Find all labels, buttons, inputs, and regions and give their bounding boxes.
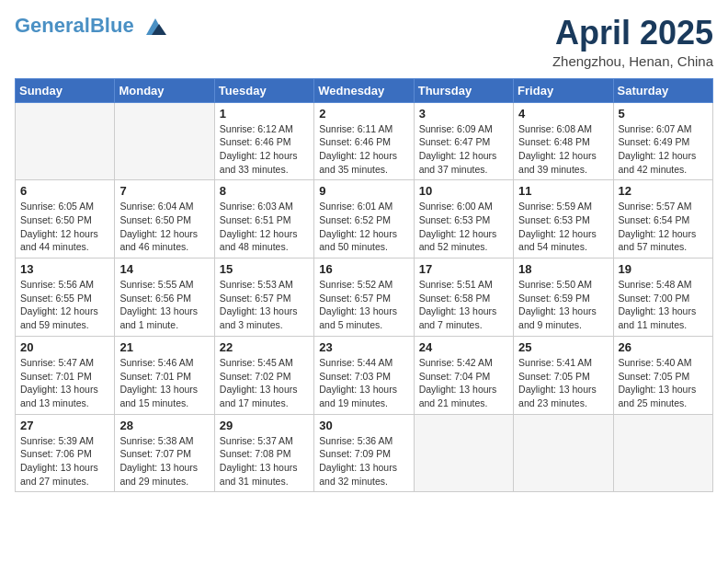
calendar-cell: 21Sunrise: 5:46 AM Sunset: 7:01 PM Dayli…	[115, 336, 214, 414]
day-number: 27	[20, 419, 109, 432]
day-header-thursday: Thursday	[414, 78, 513, 102]
calendar-cell: 17Sunrise: 5:51 AM Sunset: 6:58 PM Dayli…	[414, 259, 513, 337]
calendar-cell: 4Sunrise: 6:08 AM Sunset: 6:48 PM Daylig…	[514, 102, 613, 180]
day-info: Sunrise: 5:38 AM Sunset: 7:07 PM Dayligh…	[119, 434, 209, 488]
day-number: 22	[220, 340, 309, 354]
day-header-tuesday: Tuesday	[214, 78, 313, 102]
header: GeneralBlue April 2025 Zhengzhou, Henan,…	[15, 15, 713, 69]
logo: GeneralBlue	[15, 15, 168, 37]
day-number: 5	[619, 107, 708, 121]
day-number: 18	[518, 262, 608, 276]
day-number: 28	[119, 419, 209, 432]
day-info: Sunrise: 5:53 AM Sunset: 6:57 PM Dayligh…	[220, 278, 309, 332]
calendar-cell: 25Sunrise: 5:41 AM Sunset: 7:05 PM Dayli…	[514, 336, 613, 414]
calendar-cell	[115, 102, 214, 180]
day-info: Sunrise: 5:57 AM Sunset: 6:54 PM Dayligh…	[619, 200, 708, 254]
day-number: 25	[518, 340, 608, 354]
day-number: 24	[419, 340, 508, 354]
day-info: Sunrise: 5:45 AM Sunset: 7:02 PM Dayligh…	[220, 356, 309, 410]
day-number: 17	[419, 262, 508, 276]
calendar-table: SundayMondayTuesdayWednesdayThursdayFrid…	[15, 78, 713, 493]
calendar-cell	[613, 414, 712, 492]
calendar-cell	[16, 102, 115, 180]
day-info: Sunrise: 5:48 AM Sunset: 7:00 PM Dayligh…	[619, 278, 708, 332]
day-number: 16	[319, 262, 408, 276]
calendar-cell: 7Sunrise: 6:04 AM Sunset: 6:50 PM Daylig…	[115, 180, 214, 259]
week-row-1: 6Sunrise: 6:05 AM Sunset: 6:50 PM Daylig…	[16, 180, 713, 259]
day-info: Sunrise: 6:00 AM Sunset: 6:53 PM Dayligh…	[419, 200, 508, 254]
calendar-cell: 15Sunrise: 5:53 AM Sunset: 6:57 PM Dayli…	[214, 259, 313, 337]
calendar-cell: 12Sunrise: 5:57 AM Sunset: 6:54 PM Dayli…	[613, 180, 712, 259]
calendar-cell	[414, 414, 513, 492]
day-info: Sunrise: 6:08 AM Sunset: 6:48 PM Dayligh…	[518, 122, 608, 177]
header-row: SundayMondayTuesdayWednesdayThursdayFrid…	[16, 78, 713, 102]
logo-line2: Blue	[90, 14, 134, 37]
week-row-0: 1Sunrise: 6:12 AM Sunset: 6:46 PM Daylig…	[16, 102, 713, 180]
calendar-cell	[514, 414, 613, 492]
day-info: Sunrise: 6:04 AM Sunset: 6:50 PM Dayligh…	[119, 200, 209, 254]
day-info: Sunrise: 5:50 AM Sunset: 6:59 PM Dayligh…	[518, 278, 608, 332]
day-number: 11	[518, 184, 608, 198]
day-info: Sunrise: 6:03 AM Sunset: 6:51 PM Dayligh…	[220, 200, 309, 254]
day-info: Sunrise: 5:52 AM Sunset: 6:57 PM Dayligh…	[319, 278, 408, 332]
day-number: 15	[220, 262, 309, 276]
logo-icon	[142, 17, 168, 37]
day-number: 19	[619, 262, 708, 276]
day-number: 10	[419, 184, 508, 198]
day-number: 1	[220, 107, 309, 121]
calendar-cell: 24Sunrise: 5:42 AM Sunset: 7:04 PM Dayli…	[414, 336, 513, 414]
day-header-friday: Friday	[514, 78, 613, 102]
day-number: 30	[319, 419, 408, 432]
day-info: Sunrise: 5:47 AM Sunset: 7:01 PM Dayligh…	[20, 356, 109, 410]
calendar-cell: 26Sunrise: 5:40 AM Sunset: 7:05 PM Dayli…	[613, 336, 712, 414]
calendar-cell: 2Sunrise: 6:11 AM Sunset: 6:46 PM Daylig…	[314, 102, 414, 180]
week-row-4: 27Sunrise: 5:39 AM Sunset: 7:06 PM Dayli…	[16, 414, 713, 492]
day-info: Sunrise: 5:59 AM Sunset: 6:53 PM Dayligh…	[518, 200, 608, 254]
day-number: 8	[220, 184, 309, 198]
calendar-cell: 28Sunrise: 5:38 AM Sunset: 7:07 PM Dayli…	[115, 414, 214, 492]
month-title: April 2025	[552, 15, 713, 52]
day-info: Sunrise: 5:39 AM Sunset: 7:06 PM Dayligh…	[20, 434, 109, 488]
day-info: Sunrise: 5:56 AM Sunset: 6:55 PM Dayligh…	[20, 278, 109, 332]
calendar-cell: 30Sunrise: 5:36 AM Sunset: 7:09 PM Dayli…	[314, 414, 414, 492]
day-number: 4	[518, 107, 608, 121]
calendar-cell: 9Sunrise: 6:01 AM Sunset: 6:52 PM Daylig…	[314, 180, 414, 259]
day-number: 21	[119, 340, 209, 354]
day-info: Sunrise: 5:40 AM Sunset: 7:05 PM Dayligh…	[619, 356, 708, 410]
calendar-cell: 19Sunrise: 5:48 AM Sunset: 7:00 PM Dayli…	[613, 259, 712, 337]
week-row-2: 13Sunrise: 5:56 AM Sunset: 6:55 PM Dayli…	[16, 259, 713, 337]
day-info: Sunrise: 5:37 AM Sunset: 7:08 PM Dayligh…	[220, 434, 309, 488]
logo-text: GeneralBlue	[15, 15, 168, 37]
calendar-cell: 29Sunrise: 5:37 AM Sunset: 7:08 PM Dayli…	[214, 414, 313, 492]
calendar-cell: 16Sunrise: 5:52 AM Sunset: 6:57 PM Dayli…	[314, 259, 414, 337]
day-number: 12	[619, 184, 708, 198]
day-info: Sunrise: 6:07 AM Sunset: 6:49 PM Dayligh…	[619, 122, 708, 177]
day-number: 29	[220, 419, 309, 432]
day-info: Sunrise: 5:44 AM Sunset: 7:03 PM Dayligh…	[319, 356, 408, 410]
day-number: 7	[119, 184, 209, 198]
day-header-saturday: Saturday	[613, 78, 712, 102]
day-info: Sunrise: 5:51 AM Sunset: 6:58 PM Dayligh…	[419, 278, 508, 332]
day-info: Sunrise: 5:41 AM Sunset: 7:05 PM Dayligh…	[518, 356, 608, 410]
day-number: 6	[20, 184, 109, 198]
title-block: April 2025 Zhengzhou, Henan, China	[552, 15, 713, 69]
day-info: Sunrise: 6:01 AM Sunset: 6:52 PM Dayligh…	[319, 200, 408, 254]
calendar-cell: 11Sunrise: 5:59 AM Sunset: 6:53 PM Dayli…	[514, 180, 613, 259]
page-container: GeneralBlue April 2025 Zhengzhou, Henan,…	[0, 0, 728, 501]
location: Zhengzhou, Henan, China	[552, 53, 713, 69]
day-number: 26	[619, 340, 708, 354]
day-info: Sunrise: 5:42 AM Sunset: 7:04 PM Dayligh…	[419, 356, 508, 410]
calendar-cell: 20Sunrise: 5:47 AM Sunset: 7:01 PM Dayli…	[16, 336, 115, 414]
day-info: Sunrise: 5:36 AM Sunset: 7:09 PM Dayligh…	[319, 434, 408, 488]
day-header-monday: Monday	[115, 78, 214, 102]
day-header-sunday: Sunday	[16, 78, 115, 102]
day-number: 20	[20, 340, 109, 354]
day-info: Sunrise: 6:09 AM Sunset: 6:47 PM Dayligh…	[419, 122, 508, 177]
day-number: 23	[319, 340, 408, 354]
calendar-cell: 6Sunrise: 6:05 AM Sunset: 6:50 PM Daylig…	[16, 180, 115, 259]
logo-line1: General	[15, 14, 90, 37]
day-number: 9	[319, 184, 408, 198]
calendar-cell: 13Sunrise: 5:56 AM Sunset: 6:55 PM Dayli…	[16, 259, 115, 337]
calendar-cell: 14Sunrise: 5:55 AM Sunset: 6:56 PM Dayli…	[115, 259, 214, 337]
day-number: 3	[419, 107, 508, 121]
